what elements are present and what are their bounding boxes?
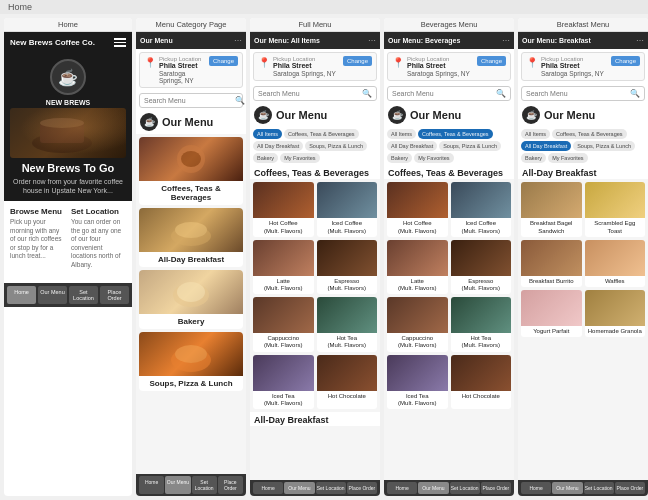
bev-change-btn[interactable]: Change [477, 56, 506, 66]
bkf-filter-all[interactable]: All Items [521, 129, 550, 139]
bev-our-menu-text: Our Menu [410, 109, 461, 121]
bkf-waffles[interactable]: Waffles [585, 240, 646, 287]
category-coffees[interactable]: Coffees, Teas & Beverages [139, 137, 243, 205]
bkf-bottom-set-location[interactable]: Set Location [584, 482, 614, 494]
nav-set-location[interactable]: Set Location [69, 286, 98, 304]
bottom-place-order[interactable]: Place Order [218, 476, 243, 494]
hamburger-line-1 [114, 38, 126, 40]
bkf-our-menu-icon: ☕ [522, 106, 540, 124]
bev-filter-coffees[interactable]: Coffees, Teas & Beverages [418, 129, 492, 139]
full-bottom-home[interactable]: Home [253, 482, 283, 494]
full-menu-search-input[interactable] [258, 90, 359, 97]
filter-bakery[interactable]: Bakery [253, 153, 278, 163]
bev-bottom-home[interactable]: Home [387, 482, 417, 494]
full-bottom-place-order[interactable]: Place Order [347, 482, 377, 494]
item-iced-tea[interactable]: Iced Tea(Mult. Flavors) [253, 355, 314, 409]
logo-icon: ☕ [58, 68, 78, 87]
search-bar[interactable]: 🔍 [139, 93, 243, 108]
bkf-filter-breakfast[interactable]: All Day Breakfast [521, 141, 571, 151]
bev-cappuccino[interactable]: Cappuccino(Mult. Flavors) [387, 297, 448, 351]
bkf-change-btn[interactable]: Change [611, 56, 640, 66]
breakfast-search-input[interactable] [526, 90, 627, 97]
nav-our-menu[interactable]: Our Menu [38, 286, 67, 304]
bkf-bottom-our-menu[interactable]: Our Menu [552, 482, 582, 494]
bev-latte-name: Latte(Mult. Flavors) [387, 276, 448, 294]
bkf-filters: All Items Coffees, Teas & Beverages All … [518, 127, 648, 165]
bev-filter-soups[interactable]: Soups, Pizza & Lunch [439, 141, 501, 151]
item-hot-chocolate[interactable]: Hot Chocolate [317, 355, 378, 409]
full-change-btn[interactable]: Change [343, 56, 372, 66]
beverages-icon: ⋯ [502, 36, 510, 45]
bkf-bottom-home[interactable]: Home [521, 482, 551, 494]
item-cappuccino[interactable]: Cappuccino(Mult. Flavors) [253, 297, 314, 351]
full-bottom-set-location[interactable]: Set Location [316, 482, 346, 494]
bkf-filter-favorites[interactable]: My Favorites [548, 153, 587, 163]
category-breakfast[interactable]: All-Day Breakfast [139, 208, 243, 267]
beverages-search[interactable]: 🔍 [387, 86, 511, 101]
item-iced-coffee[interactable]: Iced Coffee(Mult. Flavors) [317, 182, 378, 236]
bkf-yogurt[interactable]: Yogurt Parfait [521, 290, 582, 337]
item-espresso[interactable]: Espresso(Mult. Flavors) [317, 240, 378, 294]
bottom-set-location[interactable]: Set Location [192, 476, 217, 494]
bev-latte[interactable]: Latte(Mult. Flavors) [387, 240, 448, 294]
hamburger-menu[interactable] [114, 38, 126, 47]
bev-bottom-set-location[interactable]: Set Location [450, 482, 480, 494]
filter-all-items[interactable]: All Items [253, 129, 282, 139]
bev-hot-coffee[interactable]: Hot Coffee(Mult. Flavors) [387, 182, 448, 236]
search-input[interactable] [144, 97, 232, 104]
nav-place-order[interactable]: Place Order [100, 286, 129, 304]
bev-iced-coffee[interactable]: Iced Coffee(Mult. Flavors) [451, 182, 512, 236]
full-menu-panel: Full Menu Our Menu: All Items ⋯ 📍 Pickup… [250, 18, 380, 496]
bottom-our-menu[interactable]: Our Menu [165, 476, 190, 494]
bev-pickup-city: Saratoga Springs, NY [407, 70, 474, 77]
bkf-pickup-icon: 📍 [526, 57, 538, 68]
latte-name: Latte(Mult. Flavors) [253, 276, 314, 294]
bkf-bagel[interactable]: Breakfast Bagel Sandwich [521, 182, 582, 236]
nav-home[interactable]: Home [7, 286, 36, 304]
bkf-filter-coffees[interactable]: Coffees, Teas & Beverages [552, 129, 626, 139]
bkf-bottom-place-order[interactable]: Place Order [615, 482, 645, 494]
bev-filter-bakery[interactable]: Bakery [387, 153, 412, 163]
full-bottom-our-menu[interactable]: Our Menu [284, 482, 314, 494]
bkf-section-title: All-Day Breakfast [518, 165, 648, 179]
full-menu-search[interactable]: 🔍 [253, 86, 377, 101]
home-nav: Home Our Menu Set Location Place Order [4, 283, 132, 307]
soups-name: Soups, Pizza & Lunch [139, 376, 243, 391]
bev-hot-chocolate[interactable]: Hot Chocolate [451, 355, 512, 409]
bkf-filter-soups[interactable]: Soups, Pizza & Lunch [573, 141, 635, 151]
full-menu-header-title: Our Menu: All Items [254, 37, 320, 44]
bev-filter-favorites[interactable]: My Favorites [414, 153, 453, 163]
breakfast-header-title: Our Menu: Breakfast [522, 37, 591, 44]
bev-hot-tea[interactable]: Hot Tea(Mult. Flavors) [451, 297, 512, 351]
menu-category-label: Menu Category Page [136, 18, 246, 32]
item-hot-coffee[interactable]: Hot Coffee(Mult. Flavors) [253, 182, 314, 236]
beverages-label: Beverages Menu [384, 18, 514, 32]
bev-filter-breakfast[interactable]: All Day Breakfast [387, 141, 437, 151]
bkf-filter-bakery[interactable]: Bakery [521, 153, 546, 163]
logo: ☕ [50, 59, 86, 95]
app-title: New Brews Coffee Co. [10, 38, 95, 47]
bev-filter-all[interactable]: All Items [387, 129, 416, 139]
svg-point-0 [32, 133, 92, 153]
category-soups[interactable]: Soups, Pizza & Lunch [139, 332, 243, 391]
filter-soups[interactable]: Soups, Pizza & Lunch [305, 141, 367, 151]
beverages-search-input[interactable] [392, 90, 493, 97]
item-hot-tea[interactable]: Hot Tea(Mult. Flavors) [317, 297, 378, 351]
bev-bottom-our-menu[interactable]: Our Menu [418, 482, 448, 494]
bev-iced-tea[interactable]: Iced Tea(Mult. Flavors) [387, 355, 448, 409]
filter-coffees[interactable]: Coffees, Teas & Beverages [284, 129, 358, 139]
bkf-scrambled[interactable]: Scrambled Egg Toast [585, 182, 646, 236]
bev-espresso[interactable]: Espresso(Mult. Flavors) [451, 240, 512, 294]
change-location-btn[interactable]: Change [209, 56, 238, 66]
item-latte[interactable]: Latte(Mult. Flavors) [253, 240, 314, 294]
bottom-home[interactable]: Home [139, 476, 164, 494]
iced-coffee-img [317, 182, 378, 218]
filter-breakfast[interactable]: All Day Breakfast [253, 141, 303, 151]
bkf-burrito[interactable]: Breakfast Burrito [521, 240, 582, 287]
filter-favorites[interactable]: My Favorites [280, 153, 319, 163]
category-bakery[interactable]: Bakery [139, 270, 243, 329]
bkf-granola[interactable]: Homemade Granola [585, 290, 646, 337]
espresso-img [317, 240, 378, 276]
breakfast-search[interactable]: 🔍 [521, 86, 645, 101]
bev-bottom-place-order[interactable]: Place Order [481, 482, 511, 494]
